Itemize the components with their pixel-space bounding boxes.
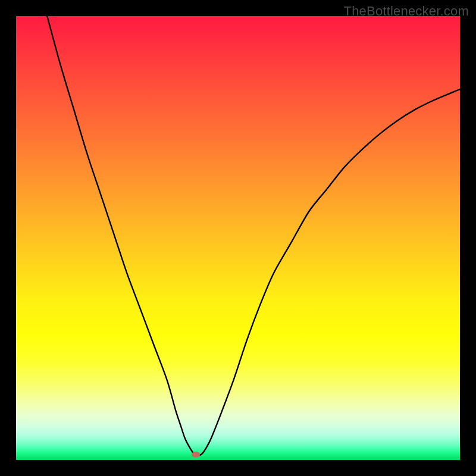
watermark-text: TheBottlenecker.com [344, 4, 469, 19]
bottleneck-curve [47, 16, 460, 456]
optimal-point-marker [192, 452, 200, 458]
chart-svg [16, 16, 460, 460]
chart-frame [16, 16, 460, 460]
chart-plot-area [16, 16, 460, 460]
